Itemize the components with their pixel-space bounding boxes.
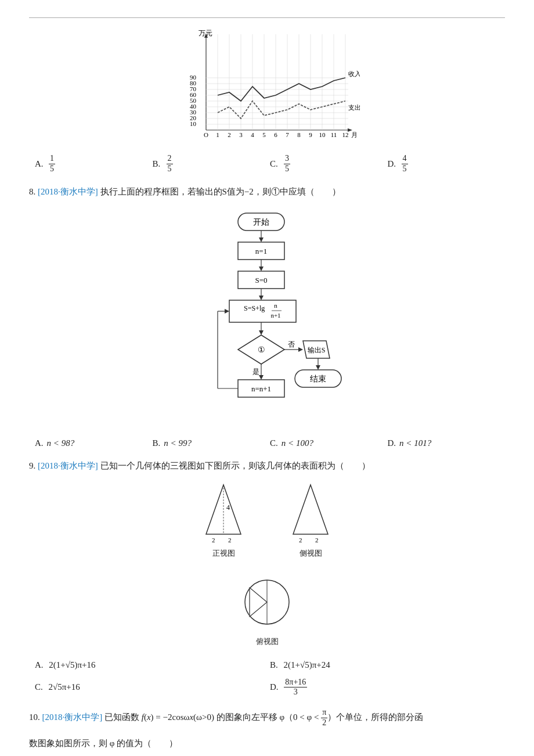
- q9-b-math: 2(1+√5)π+24: [284, 657, 330, 673]
- q8-d-label: D.: [388, 438, 396, 448]
- svg-text:n: n: [274, 302, 277, 309]
- q7-options: A. 1 5 B. 2 5 C. 3 5 D. 4 5: [29, 154, 505, 174]
- svg-text:n=1: n=1: [255, 247, 267, 255]
- q9-a-math: 2(1+√5)π+16: [49, 657, 95, 673]
- svg-marker-54: [259, 237, 264, 242]
- svg-text:S=S+lg: S=S+lg: [244, 304, 265, 312]
- svg-text:12: 12: [342, 131, 349, 138]
- front-side-views: 4 2 2 正视图 2 2 侧视图: [194, 482, 340, 559]
- svg-text:2: 2: [228, 131, 231, 138]
- q8-b-text: n < 99?: [164, 438, 192, 448]
- svg-text:7: 7: [286, 131, 289, 138]
- svg-text:4: 4: [226, 503, 230, 512]
- svg-text:9: 9: [309, 131, 312, 138]
- side-view-label: 侧视图: [300, 548, 322, 559]
- top-divider: [29, 17, 505, 18]
- svg-text:开始: 开始: [253, 218, 269, 226]
- q8-source: [2018·衡水中学]: [38, 187, 98, 196]
- chart-wrap: 万元 10 20 30 40 50 60: [174, 28, 360, 145]
- q10-number: 10.: [29, 712, 40, 722]
- svg-text:2: 2: [299, 537, 302, 543]
- q9-c-math: 2√5π+16: [49, 679, 80, 695]
- q9-c-letter: C.: [35, 679, 45, 695]
- svg-text:是: 是: [252, 368, 259, 376]
- svg-marker-62: [259, 296, 264, 300]
- q7-a-fraction: 1 5: [49, 154, 55, 174]
- svg-text:月: 月: [351, 131, 358, 138]
- front-view-label: 正视图: [212, 548, 235, 559]
- q8-a-text: n < 98?: [47, 438, 75, 448]
- q7-c-fraction: 3 5: [284, 154, 290, 174]
- q7-option-d: D. 4 5: [388, 154, 506, 174]
- svg-text:11: 11: [331, 131, 337, 138]
- svg-marker-73: [259, 375, 264, 380]
- svg-text:8: 8: [297, 131, 301, 138]
- svg-text:10: 10: [319, 131, 326, 138]
- q7-b-fraction: 2 5: [167, 154, 173, 174]
- q7-d-letter: D.: [388, 159, 398, 169]
- q10-source: [2018·衡水中学]: [42, 712, 103, 722]
- top-view-item: 俯视图: [235, 576, 299, 647]
- q9-option-a: A. 2(1+√5)π+16: [35, 657, 270, 673]
- q8-options: A. n < 98? B. n < 99? C. n < 100? D. n <…: [29, 438, 505, 448]
- flowchart-container: 开始 n=1 S=0 S=S+lg n n+1 ① 是: [29, 207, 505, 428]
- q10-question: 10. [2018·衡水中学] 已知函数 f(x) = −2cosωx(ω>0)…: [29, 708, 505, 728]
- svg-text:①: ①: [258, 345, 265, 354]
- side-view-item: 2 2 侧视图: [282, 482, 340, 559]
- q8-a-label: A.: [35, 438, 44, 448]
- q10-text: 已知函数 f(x) = −2cosωx(ω>0) 的图象向左平移 φ（0 < φ…: [104, 712, 423, 722]
- top-view-svg: [235, 576, 299, 634]
- svg-marker-87: [316, 365, 320, 370]
- svg-text:6: 6: [274, 131, 277, 138]
- q9-option-b: B. 2(1+√5)π+24: [270, 657, 505, 673]
- views-container: 4 2 2 正视图 2 2 侧视图 俯视: [29, 482, 505, 647]
- svg-marker-80: [225, 309, 229, 314]
- svg-marker-58: [259, 267, 264, 271]
- side-view-svg: 2 2: [282, 482, 340, 546]
- q7-option-c: C. 3 5: [270, 154, 388, 174]
- q9-source: [2018·衡水中学]: [38, 461, 98, 470]
- q9-question: 9. [2018·衡水中学] 已知一个几何体的三视图如下图所示，则该几何体的表面…: [29, 459, 505, 474]
- q8-c-text: n < 100?: [282, 438, 313, 448]
- q8-option-d: D. n < 101?: [388, 438, 506, 448]
- q9-options: A. 2(1+√5)π+16 B. 2(1+√5)π+24 C. 2√5π+16…: [29, 657, 505, 698]
- q9-b-letter: B.: [270, 657, 280, 673]
- q9-d-letter: D.: [270, 679, 280, 695]
- svg-text:支出: 支出: [348, 104, 360, 111]
- chart-container: 万元 10 20 30 40 50 60: [29, 28, 505, 145]
- q7-c-letter: C.: [270, 159, 280, 169]
- svg-text:90: 90: [190, 74, 197, 81]
- q8-option-c: C. n < 100?: [270, 438, 388, 448]
- q7-option-b: B. 2 5: [153, 154, 270, 174]
- svg-marker-69: [259, 330, 264, 335]
- q9-option-c: C. 2√5π+16: [35, 678, 270, 698]
- q9-text: 已知一个几何体的三视图如下图所示，则该几何体的表面积为（ ）: [100, 461, 370, 470]
- svg-text:2: 2: [228, 537, 232, 543]
- bar-line-chart: 万元 10 20 30 40 50 60: [174, 28, 360, 150]
- q8-text: 执行上面的程序框图，若输出的S值为−2，则①中应填（ ）: [100, 187, 341, 196]
- svg-text:4: 4: [251, 131, 254, 138]
- svg-text:1: 1: [216, 131, 219, 138]
- svg-text:n+1: n+1: [270, 312, 280, 319]
- q8-c-label: C.: [270, 438, 278, 448]
- q7-a-letter: A.: [35, 159, 45, 169]
- svg-text:输出S: 输出S: [308, 346, 326, 354]
- svg-text:5: 5: [262, 131, 266, 138]
- q7-option-a: A. 1 5: [35, 154, 153, 174]
- svg-text:收入: 收入: [348, 70, 360, 77]
- q9-d-fraction: 8π+16 3: [284, 678, 307, 698]
- q8-d-text: n < 101?: [399, 438, 431, 448]
- svg-text:O: O: [204, 131, 208, 138]
- top-view-label: 俯视图: [256, 636, 279, 647]
- flowchart-svg: 开始 n=1 S=0 S=S+lg n n+1 ① 是: [186, 207, 348, 428]
- svg-text:2: 2: [315, 537, 319, 543]
- q9-number: 9.: [29, 461, 35, 470]
- q8-number: 8.: [29, 187, 35, 196]
- q10-text2: 数图象如图所示，则 φ 的值为（ ）: [29, 736, 505, 751]
- svg-text:3: 3: [239, 131, 243, 138]
- svg-text:否: 否: [288, 340, 295, 348]
- q8-option-b: B. n < 99?: [153, 438, 270, 448]
- q7-d-fraction: 4 5: [402, 154, 408, 174]
- q9-option-d: D. 8π+16 3: [270, 678, 505, 698]
- q7-b-letter: B.: [153, 159, 163, 169]
